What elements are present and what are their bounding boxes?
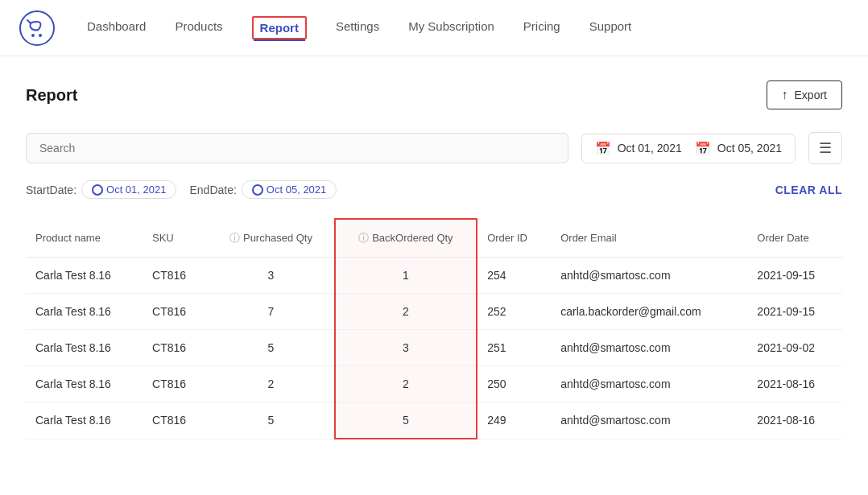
cell-backordered-qty: 3 bbox=[335, 330, 477, 366]
cell-product-name: Carla Test 8.16 bbox=[26, 330, 143, 366]
info-icon-backordered: ⓘ bbox=[358, 232, 369, 244]
cell-order-id: 254 bbox=[477, 258, 551, 294]
cell-order-id: 252 bbox=[477, 294, 551, 330]
cell-sku: CT816 bbox=[143, 402, 208, 439]
main-content: Report ↑ Export 📅 Oct 01, 2021 📅 Oct 05,… bbox=[0, 56, 868, 464]
export-icon: ↑ bbox=[782, 88, 788, 102]
svg-point-0 bbox=[20, 11, 54, 45]
info-icon-purchased: ⓘ bbox=[229, 232, 240, 244]
svg-point-1 bbox=[31, 34, 35, 37]
cell-order-date: 2021-08-16 bbox=[747, 366, 842, 402]
page-header: Report ↑ Export bbox=[26, 80, 842, 109]
nav-link-products[interactable]: Products bbox=[175, 19, 222, 36]
filters-row: 📅 Oct 01, 2021 📅 Oct 05, 2021 ☰ bbox=[26, 132, 842, 164]
filter-options-button[interactable]: ☰ bbox=[808, 132, 842, 164]
sliders-icon: ☰ bbox=[819, 139, 832, 157]
cell-backordered-qty: 2 bbox=[335, 294, 477, 330]
export-label: Export bbox=[795, 89, 827, 101]
table-header-row: Product name SKU ⓘPurchased Qty ⓘBackOrd… bbox=[26, 219, 842, 258]
export-button[interactable]: ↑ Export bbox=[767, 80, 842, 109]
start-date-value[interactable]: Oct 01, 2021 bbox=[81, 180, 176, 199]
col-header-order-date: Order Date bbox=[747, 219, 842, 258]
cell-purchased-qty: 7 bbox=[208, 294, 334, 330]
cell-order-id: 249 bbox=[477, 402, 551, 439]
nav-link-dashboard[interactable]: Dashboard bbox=[87, 19, 146, 36]
cell-order-email: carla.backorder@gmail.com bbox=[551, 294, 747, 330]
col-header-purchased-qty: ⓘPurchased Qty bbox=[208, 219, 334, 258]
table-body: Carla Test 8.16 CT816 3 1 254 anhtd@smar… bbox=[26, 258, 842, 439]
calendar-icon-start: 📅 bbox=[595, 141, 611, 156]
nav-link-settings[interactable]: Settings bbox=[336, 19, 379, 36]
report-table: Product name SKU ⓘPurchased Qty ⓘBackOrd… bbox=[26, 218, 842, 439]
cell-backordered-qty: 5 bbox=[335, 402, 477, 439]
cell-sku: CT816 bbox=[143, 294, 208, 330]
table-row: Carla Test 8.16 CT816 5 3 251 anhtd@smar… bbox=[26, 330, 842, 366]
nav-link-pricing[interactable]: Pricing bbox=[523, 19, 560, 36]
cell-purchased-qty: 5 bbox=[208, 330, 334, 366]
cell-product-name: Carla Test 8.16 bbox=[26, 402, 143, 439]
cell-order-date: 2021-09-15 bbox=[747, 294, 842, 330]
cell-backordered-qty: 2 bbox=[335, 366, 477, 402]
cell-product-name: Carla Test 8.16 bbox=[26, 366, 143, 402]
search-input[interactable] bbox=[26, 133, 568, 163]
nav-link-my-subscription[interactable]: My Subscription bbox=[408, 19, 494, 36]
start-date-circle-icon bbox=[92, 184, 103, 196]
page-title: Report bbox=[26, 86, 77, 105]
cell-product-name: Carla Test 8.16 bbox=[26, 294, 143, 330]
end-date-value[interactable]: Oct 05, 2021 bbox=[242, 180, 337, 199]
nav-link-report[interactable]: Report bbox=[252, 16, 307, 39]
svg-point-2 bbox=[39, 34, 42, 37]
date-range-picker[interactable]: 📅 Oct 01, 2021 📅 Oct 05, 2021 bbox=[581, 134, 796, 163]
cell-order-email: anhtd@smartosc.com bbox=[551, 330, 747, 366]
cell-order-email: anhtd@smartosc.com bbox=[551, 258, 747, 294]
cell-order-email: anhtd@smartosc.com bbox=[551, 366, 747, 402]
cell-order-date: 2021-09-02 bbox=[747, 330, 842, 366]
cell-purchased-qty: 3 bbox=[208, 258, 334, 294]
end-date-label: EndDate: bbox=[189, 184, 236, 196]
start-date-filter: StartDate: Oct 01, 2021 bbox=[26, 180, 176, 199]
cell-order-id: 251 bbox=[477, 330, 551, 366]
col-header-product-name: Product name bbox=[26, 219, 143, 258]
col-header-backordered-qty: ⓘBackOrdered Qty bbox=[335, 219, 477, 258]
cell-product-name: Carla Test 8.16 bbox=[26, 258, 143, 294]
table-row: Carla Test 8.16 CT816 2 2 250 anhtd@smar… bbox=[26, 366, 842, 402]
cell-sku: CT816 bbox=[143, 366, 208, 402]
clear-all-button[interactable]: CLEAR ALL bbox=[775, 184, 842, 196]
cell-sku: CT816 bbox=[143, 258, 208, 294]
active-filters: StartDate: Oct 01, 2021 EndDate: Oct 05,… bbox=[26, 180, 842, 199]
col-header-order-id: Order ID bbox=[477, 219, 551, 258]
search-box bbox=[26, 133, 568, 163]
end-date-filter: EndDate: Oct 05, 2021 bbox=[189, 180, 337, 199]
logo[interactable] bbox=[19, 10, 55, 46]
start-date-label: StartDate: bbox=[26, 184, 76, 196]
cell-backordered-qty: 1 bbox=[335, 258, 477, 294]
calendar-icon-end: 📅 bbox=[695, 141, 711, 156]
cell-purchased-qty: 2 bbox=[208, 366, 334, 402]
cell-sku: CT816 bbox=[143, 330, 208, 366]
cell-order-date: 2021-08-16 bbox=[747, 402, 842, 439]
table-row: Carla Test 8.16 CT816 5 5 249 anhtd@smar… bbox=[26, 402, 842, 439]
cell-purchased-qty: 5 bbox=[208, 402, 334, 439]
table-row: Carla Test 8.16 CT816 7 2 252 carla.back… bbox=[26, 294, 842, 330]
cell-order-email: anhtd@smartosc.com bbox=[551, 402, 747, 439]
navbar: Dashboard Products Report Settings My Su… bbox=[0, 0, 868, 56]
date-end: Oct 05, 2021 bbox=[717, 142, 782, 155]
nav-link-support[interactable]: Support bbox=[589, 19, 632, 36]
end-date-circle-icon bbox=[252, 184, 263, 196]
report-table-wrapper: Product name SKU ⓘPurchased Qty ⓘBackOrd… bbox=[26, 218, 842, 439]
col-header-order-email: Order Email bbox=[551, 219, 747, 258]
table-row: Carla Test 8.16 CT816 3 1 254 anhtd@smar… bbox=[26, 258, 842, 294]
col-header-sku: SKU bbox=[143, 219, 208, 258]
date-start: Oct 01, 2021 bbox=[618, 142, 682, 155]
cell-order-date: 2021-09-15 bbox=[747, 258, 842, 294]
cell-order-id: 250 bbox=[477, 366, 551, 402]
nav-links: Dashboard Products Report Settings My Su… bbox=[87, 16, 631, 39]
